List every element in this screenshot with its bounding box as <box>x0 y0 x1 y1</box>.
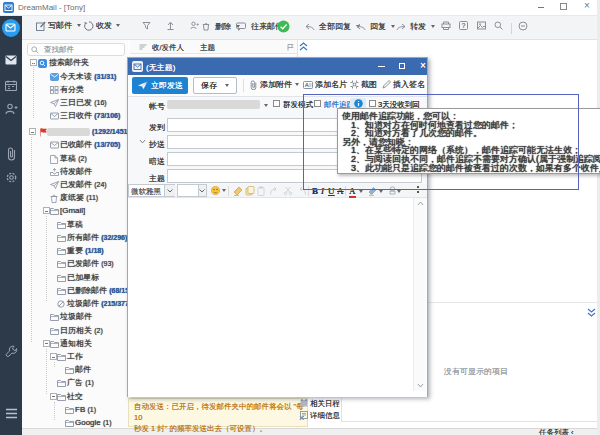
svg-text:A: A <box>305 82 309 88</box>
svg-text:?: ? <box>462 22 466 29</box>
